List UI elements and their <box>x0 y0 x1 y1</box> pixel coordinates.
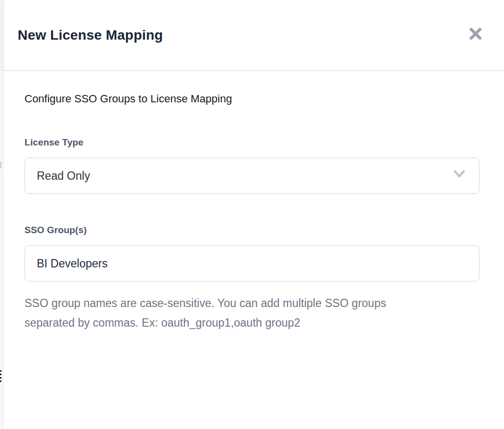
modal-description: Configure SSO Groups to License Mapping <box>25 92 479 106</box>
modal-body: Configure SSO Groups to License Mapping … <box>4 71 504 333</box>
license-type-selected-value: Read Only <box>37 169 90 183</box>
clipped-page-fragment <box>0 162 1 168</box>
page: New License Mapping Configure SSO Groups… <box>0 0 504 429</box>
chevron-down-icon <box>452 169 467 183</box>
background-page-sliver-top <box>0 0 4 71</box>
license-type-select[interactable]: Read Only <box>25 158 479 194</box>
license-type-label: License Type <box>25 137 479 148</box>
close-button[interactable] <box>466 24 485 44</box>
background-page-sliver <box>0 0 4 429</box>
sso-groups-help-line1: SSO group names are case-sensitive. You … <box>25 293 479 313</box>
sso-groups-help-line2: separated by commas. Ex: oauth_group1,oa… <box>25 313 479 333</box>
new-license-mapping-modal: New License Mapping Configure SSO Groups… <box>4 0 504 429</box>
modal-title: New License Mapping <box>18 27 163 43</box>
close-icon <box>469 27 482 42</box>
clipped-list-icon <box>0 370 1 384</box>
modal-header: New License Mapping <box>4 0 504 71</box>
sso-groups-input[interactable] <box>25 245 479 282</box>
sso-groups-label: SSO Group(s) <box>25 224 479 236</box>
sso-groups-help-text: SSO group names are case-sensitive. You … <box>25 293 479 333</box>
